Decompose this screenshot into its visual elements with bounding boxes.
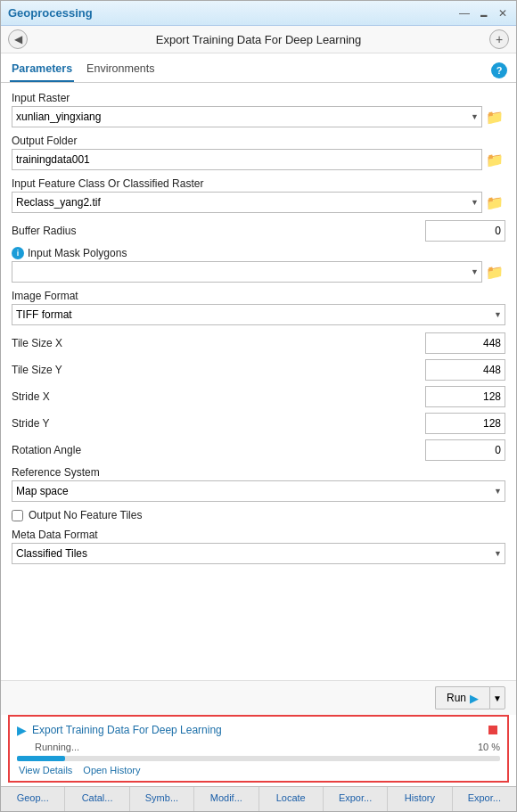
input-raster-folder-btn[interactable]: 📁 [484,106,505,127]
input-raster-row: xunlian_yingxiang ▼ 📁 [12,106,505,127]
run-button[interactable]: Run ▶ [435,686,489,709]
tile-size-x-input[interactable] [425,332,505,354]
input-feature-class-select-wrapper: Reclass_yang2.tif ▼ [12,192,482,213]
input-mask-polygons-folder-btn[interactable]: 📁 [484,261,505,283]
tile-size-y-row: Tile Size Y [12,359,505,381]
rotation-angle-label: Rotation Angle [12,444,425,456]
input-feature-class-group: Input Feature Class Or Classified Raster… [12,177,505,213]
stride-y-input[interactable] [425,413,505,434]
progress-title: Export Training Data For Deep Learning [32,724,222,736]
tabs-container: Parameters Environments [10,59,157,82]
input-feature-class-label: Input Feature Class Or Classified Raster [12,177,505,190]
run-bar: Run ▶ ▼ [1,680,516,715]
input-feature-class-row: Reclass_yang2.tif ▼ 📁 [12,192,505,213]
tile-size-y-input[interactable] [425,359,505,381]
meta-data-format-label: Meta Data Format [12,529,505,541]
tile-size-y-label: Tile Size Y [12,364,425,376]
back-button[interactable]: ◀ [8,29,28,49]
bottom-tab-expor1[interactable]: Expor... [324,787,388,811]
input-mask-polygons-select[interactable] [12,261,482,283]
buffer-radius-input[interactable] [425,220,505,242]
output-folder-group: Output Folder 📁 [12,135,505,170]
stride-x-label: Stride X [12,390,425,403]
image-format-select[interactable]: TIFF format PNG format JPEG format [12,304,505,325]
bottom-tab-expor2[interactable]: Expor... [453,787,516,811]
nav-bar: ◀ Export Training Data For Deep Learning… [1,26,516,53]
progress-links: View Details Open History [17,765,500,775]
progress-bar-fill [17,756,65,761]
output-no-feature-tiles-row: Output No Feature Tiles [12,509,505,521]
stride-x-input[interactable] [425,386,505,407]
meta-data-format-select-wrapper: Classified Tiles PASCAL VOC rectangles K… [12,543,505,564]
output-folder-btn[interactable]: 📁 [484,149,505,170]
input-mask-polygons-select-wrapper: ▼ [12,261,482,283]
bottom-tab-history[interactable]: History [388,787,452,811]
bottom-tab-symb[interactable]: Symb... [130,787,194,811]
reference-system-select-wrapper: Map space Pixel space ▼ [12,480,505,502]
progress-percent: 10 % [478,742,500,752]
reference-system-label: Reference System [12,466,505,479]
image-format-group: Image Format TIFF format PNG format JPEG… [12,290,505,325]
run-play-icon: ▶ [470,692,479,705]
help-icon[interactable]: ? [491,62,507,78]
run-label: Run [447,692,466,704]
tile-size-x-row: Tile Size X [12,332,505,354]
progress-sub: Running... 10 % [17,742,500,752]
run-dropdown-button[interactable]: ▼ [489,686,505,709]
title-bar: Geoprocessing — 🗕 ✕ [1,1,516,26]
close-button[interactable]: ✕ [496,7,509,20]
title-bar-controls: — 🗕 ✕ [457,7,509,20]
mask-info-icon: i [12,247,24,259]
progress-header: ▶ Export Training Data For Deep Learning… [17,722,500,738]
pin-button[interactable]: — [457,7,472,20]
bottom-tab-modif[interactable]: Modif... [194,787,258,811]
rotation-angle-input[interactable] [425,439,505,461]
progress-play-icon: ▶ [17,723,27,737]
bottom-tabs: Geop... Catal... Symb... Modif... Locate… [1,786,516,811]
tab-parameters[interactable]: Parameters [10,59,74,82]
rotation-angle-row: Rotation Angle [12,439,505,461]
bottom-tab-catal[interactable]: Catal... [65,787,129,811]
output-no-feature-tiles-label: Output No Feature Tiles [29,509,142,521]
input-raster-label: Input Raster [12,92,505,104]
reference-system-group: Reference System Map space Pixel space ▼ [12,466,505,502]
nav-title: Export Training Data For Deep Learning [35,33,482,46]
main-window: Geoprocessing — 🗕 ✕ ◀ Export Training Da… [0,0,517,812]
window-title: Geoprocessing [8,6,93,20]
input-feature-class-folder-btn[interactable]: 📁 [484,192,505,213]
run-button-group: Run ▶ ▼ [435,686,505,709]
unpin-button[interactable]: 🗕 [477,7,491,20]
input-feature-class-select[interactable]: Reclass_yang2.tif [12,192,482,213]
stride-x-row: Stride X [12,386,505,407]
buffer-radius-row: Buffer Radius [12,220,505,242]
stride-y-row: Stride Y [12,413,505,434]
image-format-label: Image Format [12,290,505,302]
progress-section: ▶ Export Training Data For Deep Learning… [8,715,509,783]
reference-system-select[interactable]: Map space Pixel space [12,480,505,502]
meta-data-format-select[interactable]: Classified Tiles PASCAL VOC rectangles K… [12,543,505,564]
tile-size-x-label: Tile Size X [12,337,425,349]
output-folder-row: 📁 [12,149,505,170]
add-tab-button[interactable]: + [489,29,509,49]
input-mask-polygons-label: i Input Mask Polygons [12,247,505,259]
progress-stop-button[interactable]: ⏹ [486,722,500,738]
progress-status: Running... [35,742,79,752]
view-details-link[interactable]: View Details [19,765,72,775]
output-folder-input[interactable] [12,149,482,170]
input-raster-select-wrapper: xunlian_yingxiang ▼ [12,106,482,127]
image-format-select-wrapper: TIFF format PNG format JPEG format ▼ [12,304,505,325]
bottom-tab-locate[interactable]: Locate [259,787,324,811]
input-raster-select[interactable]: xunlian_yingxiang [12,106,482,127]
form-content: Input Raster xunlian_yingxiang ▼ 📁 Outpu… [1,83,516,680]
buffer-radius-label: Buffer Radius [12,225,425,237]
output-folder-label: Output Folder [12,135,505,147]
input-raster-group: Input Raster xunlian_yingxiang ▼ 📁 [12,92,505,127]
meta-data-format-group: Meta Data Format Classified Tiles PASCAL… [12,529,505,564]
bottom-tab-geop[interactable]: Geop... [1,787,65,811]
stride-y-label: Stride Y [12,417,425,430]
progress-bar-bg [17,756,500,761]
input-mask-polygons-group: i Input Mask Polygons ▼ 📁 [12,247,505,283]
open-history-link[interactable]: Open History [83,765,140,775]
output-no-feature-tiles-checkbox[interactable] [12,510,23,521]
tab-environments[interactable]: Environments [85,59,156,82]
